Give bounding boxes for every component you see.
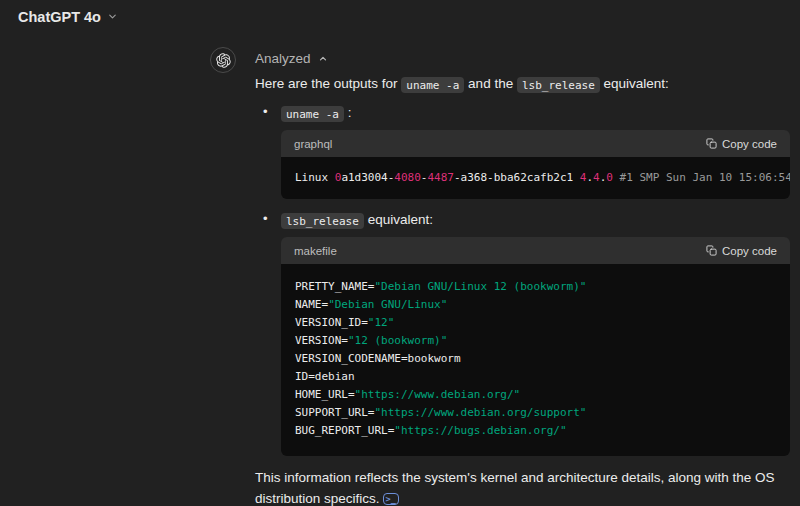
outro-line2: distribution specifics. xyxy=(255,491,380,506)
copy-icon xyxy=(706,138,717,149)
copy-code-label: Copy code xyxy=(722,138,777,150)
analyzed-label: Analyzed xyxy=(255,51,311,66)
language-label: graphql xyxy=(294,138,332,150)
code-token: "Debian GNU/Linux 12 (bookworm)" xyxy=(374,280,586,293)
outro-line2-wrap: distribution specifics.>_ xyxy=(255,488,795,506)
list-item: • lsb_release equivalent: xyxy=(255,209,795,231)
code-token: 4080 xyxy=(394,171,421,184)
code-token: ID=debian xyxy=(295,370,355,383)
list-item: • uname -a : xyxy=(255,102,795,124)
code-block-header: graphql Copy code xyxy=(281,130,790,157)
code-line: Linux 0a1d3004-4080-4487-a368-bba62cafb2… xyxy=(295,170,776,186)
code-token: "12" xyxy=(368,316,395,329)
intro-text: Here are the outputs for uname -a and th… xyxy=(255,73,795,95)
code-line: HOME_URL="https://www.debian.org/" xyxy=(295,386,776,404)
bullet-suffix: equivalent: xyxy=(368,212,433,227)
language-label: makefile xyxy=(294,245,337,257)
bullet-icon: • xyxy=(263,101,268,122)
code-token: "https://bugs.debian.org/" xyxy=(394,424,566,437)
code-line: VERSION="12 (bookworm)" xyxy=(295,332,776,350)
inline-code-lsb-release: lsb_release xyxy=(517,77,600,93)
chevron-down-icon xyxy=(107,9,118,25)
assistant-avatar xyxy=(210,47,236,73)
inline-code-uname: uname -a xyxy=(401,77,464,93)
copy-icon xyxy=(706,245,717,256)
code-token: "Debian GNU/Linux" xyxy=(328,298,447,311)
code-token: "12 (bookworm)" xyxy=(348,334,447,347)
terminal-citation-icon[interactable]: >_ xyxy=(383,493,399,505)
copy-code-label: Copy code xyxy=(722,245,777,257)
code-content: PRETTY_NAME="Debian GNU/Linux 12 (bookwo… xyxy=(281,264,790,456)
code-line: NAME="Debian GNU/Linux" xyxy=(295,296,776,314)
intro-post: equivalent: xyxy=(604,76,669,91)
code-token: 4487 xyxy=(427,171,454,184)
openai-logo-icon xyxy=(216,53,231,68)
code-line: ID=debian xyxy=(295,368,776,386)
bullet-suffix: : xyxy=(348,105,352,120)
code-token: #1 SMP Sun Jan 10 15:06:54 PST xyxy=(620,171,790,184)
code-token: NAME= xyxy=(295,298,328,311)
code-token: PRETTY_NAME= xyxy=(295,280,374,293)
intro-mid: and the xyxy=(468,76,513,91)
code-token: a1d3004- xyxy=(341,171,394,184)
code-line: SUPPORT_URL="https://www.debian.org/supp… xyxy=(295,404,776,422)
code-line: VERSION_CODENAME=bookworm xyxy=(295,350,776,368)
code-block-os-release: makefile Copy code PRETTY_NAME="Debian G… xyxy=(281,237,790,456)
code-line: BUG_REPORT_URL="https://bugs.debian.org/… xyxy=(295,422,776,440)
chevron-up-icon xyxy=(318,54,328,64)
code-token: VERSION_ID= xyxy=(295,316,368,329)
inline-code-uname: uname -a xyxy=(281,106,344,122)
code-content: Linux 0a1d3004-4080-4487-a368-bba62cafb2… xyxy=(281,157,790,199)
inline-code-lsb-release: lsb_release xyxy=(281,213,364,229)
code-line: VERSION_ID="12" xyxy=(295,314,776,332)
copy-code-button[interactable]: Copy code xyxy=(706,138,777,150)
code-token: 0 xyxy=(606,171,613,184)
code-line: PRETTY_NAME="Debian GNU/Linux 12 (bookwo… xyxy=(295,278,776,296)
code-block-uname-output: graphql Copy code Linux 0a1d3004-4080-44… xyxy=(281,130,790,199)
code-token: -a368-bba62cafb2c1 xyxy=(454,171,580,184)
outro-line1: This information reflects the system's k… xyxy=(255,467,795,488)
code-token: BUG_REPORT_URL= xyxy=(295,424,394,437)
code-token: "https://www.debian.org/support" xyxy=(374,406,586,419)
code-token: 4 xyxy=(593,171,600,184)
model-label: ChatGPT 4o xyxy=(18,9,101,25)
code-block-header: makefile Copy code xyxy=(281,237,790,264)
intro-pre: Here are the outputs for xyxy=(255,76,398,91)
code-token: HOME_URL= xyxy=(295,388,355,401)
analyzed-toggle[interactable]: Analyzed xyxy=(255,51,328,66)
code-token xyxy=(613,171,620,184)
copy-code-button[interactable]: Copy code xyxy=(706,245,777,257)
code-token: VERSION= xyxy=(295,334,348,347)
model-switcher-button[interactable]: ChatGPT 4o xyxy=(18,9,118,25)
code-token: "https://www.debian.org/" xyxy=(355,388,521,401)
code-token: Linux xyxy=(295,171,335,184)
bullet-icon: • xyxy=(263,208,268,229)
outro-text: This information reflects the system's k… xyxy=(255,467,795,506)
assistant-message: Analyzed Here are the outputs for uname … xyxy=(255,47,795,506)
code-token: VERSION_CODENAME=bookworm xyxy=(295,352,461,365)
code-token: SUPPORT_URL= xyxy=(295,406,374,419)
